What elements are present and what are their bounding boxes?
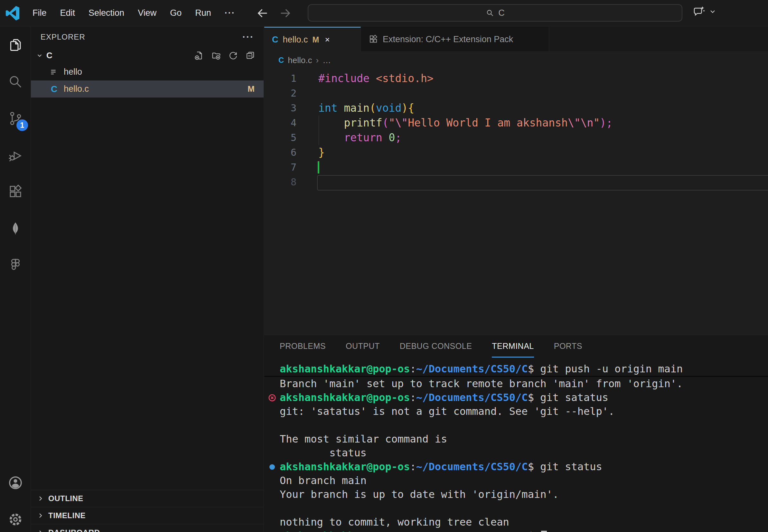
text-segment: status bbox=[280, 447, 367, 459]
source-control-badge: 1 bbox=[16, 119, 28, 131]
tab-extension-pack[interactable]: Extension: C/C++ Extension Pack bbox=[361, 27, 549, 52]
text-segment: akshanshkakkar@pop-os bbox=[280, 530, 410, 532]
activity-bar-item-extensions[interactable] bbox=[0, 173, 31, 210]
workspace-folder-row[interactable]: C bbox=[31, 47, 264, 63]
text-segment bbox=[382, 131, 389, 144]
new-folder-icon[interactable] bbox=[211, 51, 221, 61]
text-segment: ( bbox=[382, 117, 389, 129]
menu-selection[interactable]: Selection bbox=[82, 8, 131, 18]
forward-arrow-icon[interactable] bbox=[279, 7, 292, 20]
text-segment: { bbox=[408, 102, 414, 114]
text-segment: : bbox=[410, 530, 416, 532]
line-content: printf("\"Hello World I am akshansh\"\n"… bbox=[318, 116, 613, 130]
activity-bar-item-accounts[interactable] bbox=[0, 464, 31, 501]
terminal-command-status-icon bbox=[268, 393, 276, 402]
git-modified-badge: M bbox=[248, 84, 255, 94]
activity-bar-item-settings[interactable] bbox=[0, 501, 31, 532]
activity-bar-item-source-control[interactable]: 1 bbox=[0, 100, 31, 137]
menu-edit[interactable]: Edit bbox=[53, 8, 82, 18]
tab-title: Extension: C/C++ Extension Pack bbox=[383, 34, 513, 44]
tab-hello-c[interactable]: C hello.c M × bbox=[264, 27, 361, 52]
extensions-icon bbox=[369, 34, 378, 44]
activity-bar-item-figma[interactable] bbox=[0, 247, 31, 284]
menu-go[interactable]: Go bbox=[163, 8, 188, 18]
section-outline[interactable]: OUTLINE bbox=[31, 490, 264, 507]
text-segment: <stdio.h> bbox=[376, 72, 434, 85]
command-center-search[interactable]: C bbox=[308, 4, 682, 22]
text-segment bbox=[318, 117, 344, 129]
terminal-line bbox=[280, 501, 768, 515]
bottom-panel: PROBLEMS OUTPUT DEBUG CONSOLE TERMINAL P… bbox=[264, 335, 768, 532]
text-segment: ) bbox=[401, 102, 408, 114]
text-segment: ( bbox=[370, 102, 376, 114]
breadcrumb-file[interactable]: hello.c bbox=[288, 55, 312, 65]
sidebar-bottom-sections: OUTLINE TIMELINE DASHBOARD bbox=[31, 490, 264, 532]
file-row-hello[interactable]: hello bbox=[31, 63, 264, 80]
sidebar-more-actions-icon[interactable]: ··· bbox=[242, 32, 254, 42]
section-timeline[interactable]: TIMELINE bbox=[31, 507, 264, 524]
line-number: 1 bbox=[264, 71, 296, 86]
text-segment: int bbox=[318, 102, 338, 114]
text-segment: ; bbox=[606, 117, 613, 129]
code-editor[interactable]: 1#include <stdio.h>23int main(void){4 pr… bbox=[264, 69, 768, 335]
menu-view[interactable]: View bbox=[131, 8, 163, 18]
file-name: hello bbox=[64, 67, 82, 77]
panel-tab-ports[interactable]: PORTS bbox=[554, 335, 582, 358]
code-line: 1#include <stdio.h> bbox=[264, 71, 768, 86]
file-row-hello-c[interactable]: C hello.c M bbox=[31, 80, 264, 98]
terminal-line: status bbox=[280, 446, 768, 460]
search-value: C bbox=[498, 8, 505, 18]
workspace-folder-name: C bbox=[46, 51, 52, 61]
explorer-actions bbox=[194, 51, 264, 61]
copilot-button[interactable] bbox=[693, 5, 716, 18]
section-label: OUTLINE bbox=[48, 494, 83, 503]
text-segment: ; bbox=[395, 131, 401, 144]
panel-tab-problems[interactable]: PROBLEMS bbox=[280, 335, 326, 358]
terminal-cursor bbox=[541, 531, 547, 532]
breadcrumb-symbol[interactable]: … bbox=[323, 55, 331, 65]
chevron-down-icon bbox=[709, 8, 716, 15]
line-number: 8 bbox=[264, 175, 296, 190]
terminal-line bbox=[280, 418, 768, 432]
binary-file-icon bbox=[50, 68, 59, 77]
new-file-icon[interactable] bbox=[194, 51, 204, 61]
sidebar-header: EXPLORER ··· bbox=[31, 27, 264, 47]
line-number: 5 bbox=[264, 130, 296, 145]
titlebar: File Edit Selection View Go Run ··· C bbox=[0, 0, 768, 26]
panel-tab-debug-console[interactable]: DEBUG CONSOLE bbox=[400, 335, 472, 358]
terminal[interactable]: akshanshkakkar@pop-os:~/Documents/CS50/C… bbox=[264, 358, 768, 532]
close-icon[interactable]: × bbox=[325, 35, 330, 45]
text-segment: Branch 'main' set up to track remote bra… bbox=[280, 378, 683, 390]
menu-more[interactable]: ··· bbox=[218, 8, 242, 18]
activity-bar-item-explorer[interactable] bbox=[0, 27, 31, 63]
text-segment: $ bbox=[528, 530, 540, 532]
activity-bar-item-mongodb[interactable] bbox=[0, 210, 31, 247]
chevron-right-icon bbox=[37, 495, 44, 502]
files-icon bbox=[8, 37, 23, 53]
explorer-sidebar: EXPLORER ··· C bbox=[31, 27, 264, 532]
activity-bar-item-run-debug[interactable] bbox=[0, 137, 31, 173]
menu-bar: File Edit Selection View Go Run ··· bbox=[26, 8, 242, 18]
back-arrow-icon[interactable] bbox=[256, 7, 269, 20]
panel-tab-output[interactable]: OUTPUT bbox=[346, 335, 380, 358]
text-segment: \" bbox=[568, 117, 581, 129]
text-segment: void bbox=[376, 102, 401, 114]
editor-area: C hello.c M × Extension: C/C++ Extension… bbox=[264, 27, 768, 532]
section-dashboard[interactable]: DASHBOARD bbox=[31, 524, 264, 532]
refresh-icon[interactable] bbox=[228, 51, 238, 61]
collapse-all-icon[interactable] bbox=[245, 51, 255, 61]
breadcrumb[interactable]: C hello.c › … bbox=[264, 52, 768, 69]
editor-cursor bbox=[318, 161, 319, 173]
activity-bar-item-search[interactable] bbox=[0, 63, 31, 100]
text-segment: akshanshkakkar@pop-os bbox=[280, 461, 410, 473]
terminal-line: akshanshkakkar@pop-os:~/Documents/CS50/C… bbox=[280, 362, 768, 376]
terminal-line: The most similar command is bbox=[280, 432, 768, 446]
text-segment: git: 'satatus' is not a git command. See… bbox=[280, 405, 614, 417]
chevron-right-icon bbox=[37, 529, 44, 532]
menu-run[interactable]: Run bbox=[188, 8, 218, 18]
text-segment: ~/Documents/CS50/C bbox=[416, 363, 528, 375]
text-segment: nothing to commit, working tree clean bbox=[280, 516, 509, 528]
breadcrumb-separator-icon: › bbox=[316, 55, 319, 65]
panel-tab-terminal[interactable]: TERMINAL bbox=[492, 335, 534, 358]
menu-file[interactable]: File bbox=[26, 8, 53, 18]
